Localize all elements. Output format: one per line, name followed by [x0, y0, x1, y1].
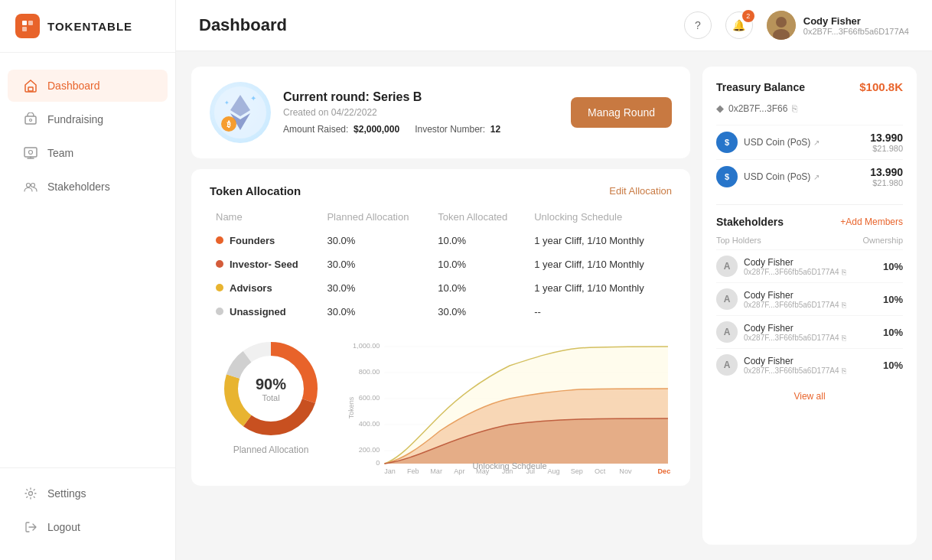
stakeholder-row: A Cody Fisher 0x287F...3F66fb5a6D177A4 ⎘… [716, 348, 903, 381]
sidebar-item-label: Fundraising [47, 113, 103, 125]
copy-icon-sh[interactable]: ⎘ [842, 301, 846, 309]
stakeholders-col-headers: Top Holders Ownership [716, 236, 903, 245]
sidebar-item-label: Stakeholders [47, 181, 110, 193]
coin-name-2: USD Coin (PoS) ↗ [744, 171, 864, 182]
view-all-section: View all [716, 389, 903, 402]
svg-rect-2 [22, 27, 27, 31]
coin-row-2: $ USD Coin (PoS) ↗ 13.990 $21.980 [716, 159, 903, 194]
svg-text:600.00: 600.00 [359, 394, 380, 402]
copy-icon-sh[interactable]: ⎘ [842, 334, 846, 342]
stakeholder-avatar: A [716, 321, 738, 343]
svg-text:Sep: Sep [571, 467, 583, 475]
svg-text:Jan: Jan [384, 467, 396, 475]
table-row: Unassigned 30.0% 30.0% -- [210, 300, 672, 324]
svg-text:0: 0 [376, 459, 380, 467]
sidebar-item-stakeholders[interactable]: Stakeholders [8, 171, 168, 203]
dot-icon [216, 284, 223, 291]
team-icon [23, 145, 38, 161]
sidebar-item-settings[interactable]: Settings [8, 477, 168, 510]
charts-row: 90% Total Planned Allocation 1,000.00 [210, 339, 672, 470]
user-address: 0x2B7F...3F66fb5a6D177A4 [803, 27, 909, 36]
sidebar-item-label: Logout [47, 521, 80, 533]
view-all-link[interactable]: View all [794, 391, 825, 402]
round-card: ₿ ✦ ✦ Current round: Series B Created on… [191, 67, 690, 158]
stakeholders-list: A Cody Fisher 0x287F...3F66fb5a6D177A4 ⎘… [716, 249, 903, 381]
nav-items: Dashboard Fundraising Team Stakeholders [0, 53, 175, 467]
stakeholder-info: Cody Fisher 0x287F...3F66fb5a6D177A4 ⎘ [744, 356, 877, 375]
coin-icon-2: $ [716, 166, 738, 187]
manage-round-button[interactable]: Manag Round [571, 97, 672, 128]
line-chart: 1,000.00 800.00 600.00 400.00 200.00 0 T… [347, 339, 672, 469]
coin-icon-1: $ [716, 132, 738, 153]
notification-badge: 2 [742, 10, 754, 22]
donut-chart-section: 90% Total Planned Allocation [210, 339, 332, 455]
allocation-table: Name Planned Allocation Token Allocated … [210, 208, 672, 324]
sidebar-item-fundraising[interactable]: Fundraising [8, 103, 168, 135]
allocation-card: Token Allocation Edit Allocation Name Pl… [191, 169, 690, 486]
coin-row-1: $ USD Coin (PoS) ↗ 13.990 $21.980 [716, 125, 903, 159]
user-info: Cody Fisher 0x2B7F...3F66fb5a6D177A4 [803, 15, 909, 36]
edit-allocation-link[interactable]: Edit Allocation [609, 185, 672, 197]
donut-percentage: 90% [256, 376, 286, 393]
home-icon [23, 78, 38, 93]
amount-raised: Amount Raised: $2,000,000 [283, 124, 399, 135]
coin-amount-2: 13.990 $21.980 [870, 166, 903, 187]
svg-rect-6 [24, 148, 37, 157]
divider [716, 204, 903, 205]
svg-text:800.00: 800.00 [359, 368, 380, 376]
sidebar-item-team[interactable]: Team [8, 137, 168, 169]
sidebar-item-logout[interactable]: Logout [8, 511, 168, 543]
round-illustration: ₿ ✦ ✦ [210, 82, 271, 143]
wallet-address: 0x2B7F...3F66 [728, 103, 787, 114]
round-title: Current round: Series B [283, 90, 559, 104]
coin-name-1: USD Coin (PoS) ↗ [744, 137, 864, 148]
donut-label: Total [256, 393, 286, 402]
sidebar-item-dashboard[interactable]: Dashboard [8, 70, 168, 102]
stakeholder-avatar: A [716, 256, 738, 277]
coin-amount-1: 13.990 $21.980 [870, 132, 903, 153]
dot-icon [216, 308, 223, 315]
treasury-balance: $100.8K [859, 80, 903, 93]
coin-info-2: USD Coin (PoS) ↗ [744, 171, 864, 182]
svg-text:Oct: Oct [595, 467, 606, 475]
add-members-button[interactable]: +Add Members [840, 217, 903, 227]
main-area: Dashboard ? 🔔 2 Cody Fisher 0x2B7F...3F6… [176, 0, 932, 560]
investor-count: Investor Number: 12 [415, 124, 500, 135]
svg-text:₿: ₿ [226, 120, 231, 129]
settings-icon [23, 486, 38, 501]
fundraising-icon [23, 112, 38, 127]
allocation-title: Token Allocation [210, 184, 301, 197]
copy-icon[interactable]: ⎘ [792, 103, 797, 114]
svg-text:Aug: Aug [547, 467, 559, 475]
sidebar-item-label: Team [47, 147, 73, 159]
svg-rect-3 [28, 87, 33, 91]
dot-icon [216, 260, 223, 268]
avatar [767, 11, 796, 40]
help-button[interactable]: ? [684, 11, 712, 39]
svg-text:Dec: Dec [658, 467, 671, 475]
content-area: ₿ ✦ ✦ Current round: Series B Created on… [176, 51, 932, 560]
svg-rect-0 [22, 21, 27, 25]
notification-button[interactable]: 🔔 2 [725, 11, 753, 39]
donut-chart: 90% Total [221, 339, 321, 438]
svg-rect-4 [25, 116, 36, 124]
copy-icon-sh[interactable]: ⎘ [842, 366, 846, 375]
svg-point-5 [30, 119, 32, 122]
table-row: Advisors 30.0% 10.0% 1 year Cliff, 1/10 … [210, 276, 672, 300]
svg-text:Apr: Apr [454, 467, 464, 475]
top-header: Dashboard ? 🔔 2 Cody Fisher 0x2B7F...3F6… [176, 0, 932, 51]
col-planned: Planned Allocation [321, 208, 432, 229]
stakeholders-header: Stakeholders +Add Members [716, 216, 903, 228]
stakeholder-row: A Cody Fisher 0x287F...3F66fb5a6D177A4 ⎘… [716, 315, 903, 348]
copy-icon-sh[interactable]: ⎘ [842, 268, 846, 276]
logo-text: TOKENTABLE [47, 20, 132, 33]
table-row: Investor- Seed 30.0% 10.0% 1 year Cliff,… [210, 252, 672, 276]
user-area[interactable]: Cody Fisher 0x2B7F...3F66fb5a6D177A4 [767, 11, 909, 40]
coin-info-1: USD Coin (PoS) ↗ [744, 137, 864, 148]
stakeholder-row: A Cody Fisher 0x287F...3F66fb5a6D177A4 ⎘… [716, 249, 903, 282]
svg-text:Feb: Feb [407, 467, 419, 475]
bell-icon: 🔔 [732, 19, 745, 31]
logo-icon [15, 14, 40, 38]
page-title: Dashboard [199, 15, 287, 35]
external-link-icon-2: ↗ [813, 173, 820, 181]
